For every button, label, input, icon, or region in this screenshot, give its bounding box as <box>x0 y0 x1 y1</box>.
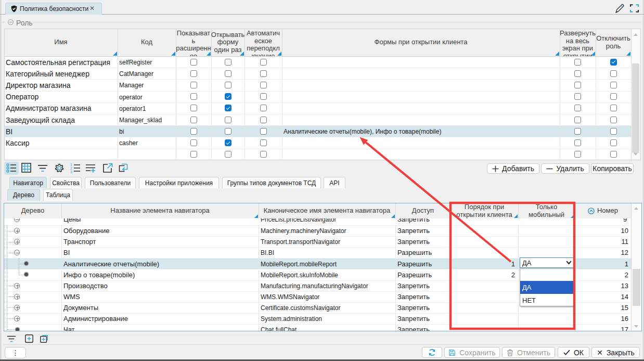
svg-text:3: 3 <box>70 170 72 173</box>
